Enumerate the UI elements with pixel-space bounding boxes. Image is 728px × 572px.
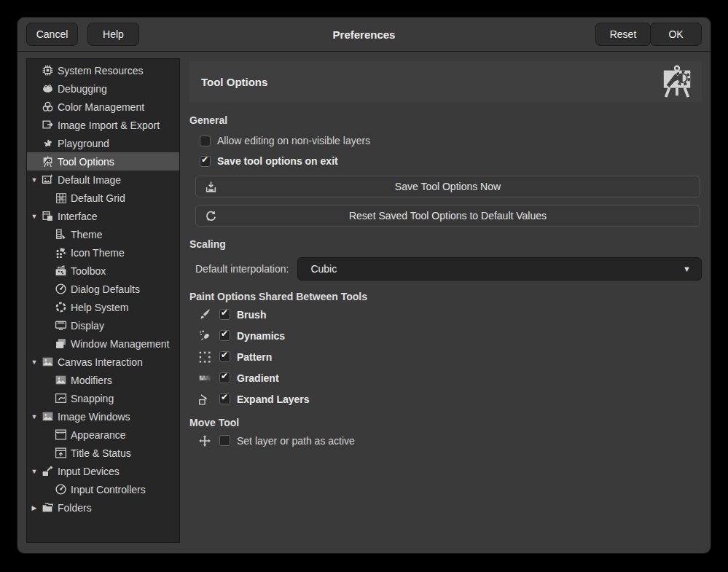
sidebar-item-folders[interactable]: ▶Folders (27, 498, 179, 517)
sidebar-item-label: Canvas Interaction (58, 356, 143, 368)
sidebar-item-interface[interactable]: ▼Interface (27, 207, 179, 225)
sidebar-item-label: Title & Status (71, 447, 131, 459)
expander-down-icon[interactable]: ▼ (27, 176, 42, 184)
sidebar-item-label: Theme (71, 229, 103, 240)
sidebar-item-image-import-export[interactable]: Image Import & Export (27, 116, 179, 134)
sidebar-item-label: Help System (71, 302, 128, 313)
sidebar-item-debugging[interactable]: Debugging (27, 79, 179, 98)
sidebar-item-dialog-defaults[interactable]: Dialog Defaults (27, 280, 179, 298)
save-icon (205, 181, 217, 193)
ok-button[interactable]: OK (650, 23, 702, 46)
tool-row-gradient[interactable]: Gradient (189, 367, 702, 388)
dynamics-icon (198, 329, 211, 342)
sidebar-item-label: Window Management (71, 338, 169, 350)
interpolation-row: Default interpolation: Cubic (195, 257, 702, 281)
sidebar-item-label: System Resources (58, 65, 143, 77)
sidebar-item-label: Color Management (58, 101, 144, 113)
sidebar-item-label: Dialog Defaults (71, 283, 140, 295)
dial-icon (55, 283, 67, 295)
cancel-button[interactable]: Cancel (26, 23, 78, 46)
general-checkboxes: Allow editing on non-visible layersSave … (189, 130, 702, 171)
sidebar-item-label: Folders (58, 502, 92, 514)
reset-icon (205, 210, 217, 222)
sidebar-item-input-controllers[interactable]: Input Controllers (27, 480, 179, 498)
sidebar-item-label: Toolbox (71, 265, 106, 277)
title-status-icon (55, 447, 67, 459)
sidebar-item-label: Appearance (71, 429, 126, 441)
theme-icon (55, 228, 67, 240)
expander-down-icon[interactable]: ▼ (27, 468, 42, 475)
expander-down-icon[interactable]: ▼ (27, 213, 42, 220)
help-button[interactable]: Help (87, 23, 139, 46)
interpolation-dropdown[interactable]: Cubic (297, 257, 702, 281)
sidebar-item-label: Interface (58, 211, 97, 222)
checkbox-label: Allow editing on non-visible layers (217, 135, 370, 146)
sidebar-item-color-management[interactable]: Color Management (27, 98, 179, 116)
tool-row-pattern[interactable]: Pattern (189, 346, 702, 367)
toolbox-icon (55, 265, 67, 277)
checkbox-checked[interactable] (219, 351, 230, 362)
sidebar-item-theme[interactable]: Theme (27, 225, 179, 243)
checkbox-label: Set layer or path as active (237, 435, 355, 447)
sidebar-item-icon-theme[interactable]: Icon Theme (27, 243, 179, 262)
sidebar-item-window-management[interactable]: Window Management (27, 334, 179, 353)
pinwheel-icon (42, 137, 54, 149)
sidebar-item-label: Input Devices (58, 466, 120, 477)
brush-icon (198, 308, 211, 321)
sidebar-item-appearance[interactable]: Appearance (27, 426, 179, 444)
sidebar-item-display[interactable]: Display (27, 316, 179, 334)
chip-icon (42, 64, 54, 77)
checkbox-row-save-tool-options-on-exit[interactable]: Save tool options on exit (189, 151, 702, 171)
reset-button[interactable]: Reset (595, 23, 651, 46)
tool-options-buttons: Save Tool Options Now Reset Saved Tool O… (189, 176, 702, 227)
sidebar-item-snapping[interactable]: Snapping (27, 389, 179, 407)
save-tool-options-now-button[interactable]: Save Tool Options Now (195, 176, 700, 197)
tool-options-easel-icon (659, 65, 695, 98)
checkbox-unchecked[interactable] (200, 136, 211, 146)
checkbox-checked[interactable] (200, 156, 211, 167)
expander-down-icon[interactable]: ▼ (27, 413, 42, 420)
expander-right-icon[interactable]: ▶ (27, 504, 42, 512)
sidebar-item-modifiers[interactable]: Modifiers (27, 371, 179, 389)
checkbox-unchecked[interactable] (219, 435, 230, 446)
folders-icon (42, 501, 54, 514)
appearance-icon (55, 428, 67, 441)
tool-row-expand-layers[interactable]: Expand Layers (189, 388, 702, 410)
sidebar-item-help-system[interactable]: Help System (27, 298, 179, 316)
image-win-icon (42, 356, 54, 368)
general-heading: General (189, 113, 702, 128)
reset-saved-tool-options-label: Reset Saved Tool Options to Default Valu… (196, 210, 700, 222)
sidebar-item-default-grid[interactable]: Default Grid (27, 189, 179, 207)
checkbox-checked[interactable] (219, 309, 230, 320)
checkbox-label: Dynamics (237, 330, 285, 342)
sidebar-item-image-windows[interactable]: ▼Image Windows (27, 407, 179, 426)
tool-row-dynamics[interactable]: Dynamics (189, 325, 702, 346)
sidebar-item-label: Default Image (58, 174, 121, 186)
tool-row-brush[interactable]: Brush (189, 304, 702, 325)
checkbox-label: Brush (237, 309, 266, 321)
checkbox-checked[interactable] (219, 330, 230, 341)
sidebar-item-canvas-interaction[interactable]: ▼Canvas Interaction (27, 353, 179, 371)
sidebar-item-tool-options[interactable]: Tool Options (27, 152, 179, 171)
sidebar-item-toolbox[interactable]: Toolbox (27, 262, 179, 280)
titlebar: Cancel Help Preferences Reset OK (17, 17, 711, 52)
sidebar-item-label: Icon Theme (71, 247, 125, 259)
expander-down-icon[interactable]: ▼ (27, 359, 42, 366)
sidebar-item-default-image[interactable]: ▼Default Image (27, 171, 179, 189)
sidebar-item-label: Default Grid (71, 192, 125, 204)
sidebar-item-system-resources[interactable]: System Resources (27, 61, 179, 79)
sidebar-item-input-devices[interactable]: ▼Input Devices (27, 462, 179, 480)
reset-saved-tool-options-button[interactable]: Reset Saved Tool Options to Default Valu… (195, 205, 700, 227)
import-export-icon (42, 119, 54, 131)
help-icon (55, 301, 67, 313)
sidebar-item-title-status[interactable]: Title & Status (27, 444, 179, 462)
preferences-dialog: Cancel Help Preferences Reset OK System … (17, 17, 711, 553)
color-circles-icon (42, 101, 54, 113)
sidebar-item-playground[interactable]: Playground (27, 134, 179, 152)
checkbox-checked[interactable] (219, 372, 230, 383)
tool-row-set-layer-or-path-as-active[interactable]: Set layer or path as active (189, 430, 702, 451)
checkbox-checked[interactable] (219, 393, 230, 404)
checkbox-row-allow-editing-on-non-visible-layers[interactable]: Allow editing on non-visible layers (189, 130, 702, 151)
wilber-icon (42, 82, 54, 95)
window-title: Preferences (163, 17, 565, 51)
